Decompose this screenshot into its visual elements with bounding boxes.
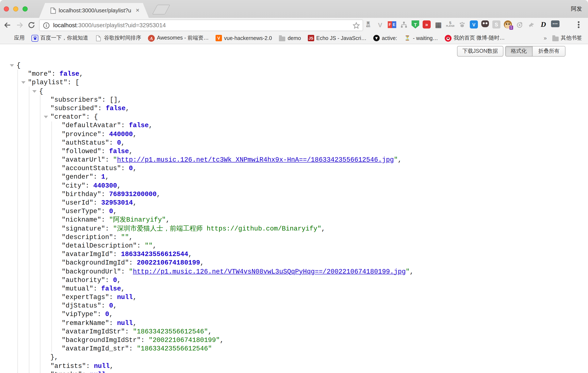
- json-row: "tracks": null,: [0, 371, 588, 373]
- json-row: "backgroundImgId": 2002210674180199,: [0, 259, 588, 267]
- json-row: },: [0, 353, 588, 362]
- paw-extension-icon[interactable]: [458, 21, 466, 29]
- reload-icon[interactable]: [27, 21, 36, 29]
- bookmark-item-active[interactable]: ▼ active:: [373, 35, 397, 41]
- json-row: "authority": 0,: [0, 276, 588, 284]
- bookmark-label: 应用: [14, 34, 25, 42]
- new-tab-button[interactable]: [152, 5, 170, 14]
- bookmark-item-weibo[interactable]: 我的首页 微博-随时…: [445, 34, 505, 42]
- translate-extension-icon[interactable]: 英en: [364, 21, 372, 29]
- page-content: 下载JSON数据 格式化 折叠所有 {"more": false,"playli…: [0, 45, 588, 373]
- collapse-all-button[interactable]: 折叠所有: [533, 46, 565, 56]
- json-row: "avatarImgId_str": "18633423556612546": [0, 344, 588, 353]
- json-row: "birthday": 768931200000,: [0, 190, 588, 199]
- vue-devtools-extension-icon[interactable]: V: [376, 21, 384, 29]
- bookmark-item-apps[interactable]: 应用: [5, 34, 25, 42]
- collapse-arrow-icon[interactable]: [10, 64, 14, 67]
- json-row: "authStatus": 0,: [0, 139, 588, 147]
- profile-name[interactable]: 阿发: [571, 0, 582, 18]
- other-bookmarks-label: 其他书签: [561, 34, 582, 42]
- json-row: "detailDescription": "",: [0, 242, 588, 250]
- tampermonkey-extension-icon[interactable]: 1: [504, 21, 512, 29]
- fullscreen-window-button[interactable]: [22, 6, 28, 11]
- json-row: "expertTags": null,: [0, 293, 588, 301]
- json-row: "vipType": 0,: [0, 310, 588, 319]
- hummingbird-extension-icon[interactable]: [527, 21, 536, 29]
- json-tree: {"more": false,"playlist": [{"subscriber…: [0, 61, 588, 373]
- bookmarks-overflow-chevron[interactable]: »: [544, 35, 547, 41]
- json-row: "nickname": "阿发Binaryify",: [0, 216, 588, 224]
- json-row: {: [0, 87, 588, 96]
- fe-extension-icon[interactable]: FE: [388, 21, 396, 29]
- d-extension-icon[interactable]: D: [539, 21, 548, 29]
- toolbar: localhost:3000/user/playlist?uid=3295301…: [0, 18, 588, 32]
- format-collapse-segmented-control: 格式化 折叠所有: [505, 46, 566, 57]
- address-bar[interactable]: localhost:3000/user/playlist?uid=3295301…: [39, 19, 363, 31]
- forward-icon[interactable]: [15, 21, 24, 29]
- json-url-link[interactable]: http://p1.music.126.net/tc3Wk_XNPmwiR4hx…: [117, 156, 394, 164]
- bookmark-item-vue-hackernews[interactable]: V vue-hackernews-2.0: [216, 35, 272, 41]
- bookmarks-bar: 应用 百度一下，你就知道 谷歌按时间排序 A Awesomes - 前端资… V…: [0, 32, 588, 44]
- bookmark-star-icon[interactable]: [352, 21, 360, 31]
- vimium-extension-icon[interactable]: V: [470, 21, 478, 29]
- tab-close-icon[interactable]: ×: [136, 6, 139, 14]
- bookmark-item-demo[interactable]: demo: [279, 35, 301, 42]
- extensions-row: 英en V FE T » ▦ 5PLAYER V S 1 D •••: [364, 21, 559, 29]
- json-row: "subscribers": [],: [0, 96, 588, 104]
- bookmark-item-awesomes[interactable]: A Awesomes - 前端资…: [148, 34, 209, 42]
- json-url-link[interactable]: http://p1.music.126.net/VTW4vsN08vwL3uSQ…: [133, 268, 406, 275]
- mask-extension-icon[interactable]: [481, 21, 489, 27]
- s-extension-icon[interactable]: S: [492, 21, 500, 29]
- json-row: "backgroundUrl": "http://p1.music.126.ne…: [0, 267, 588, 276]
- collapse-arrow-icon[interactable]: [43, 116, 48, 118]
- bookmark-label: 我的首页 微博-随时…: [454, 34, 505, 42]
- weibo-gray-extension-icon[interactable]: [515, 21, 524, 29]
- sitemap-extension-icon[interactable]: [400, 21, 408, 29]
- format-button[interactable]: 格式化: [505, 46, 533, 56]
- apps-grid-icon: [5, 35, 12, 42]
- bookmark-label: 百度一下，你就知道: [40, 34, 88, 42]
- page-icon: [96, 35, 101, 41]
- page-favicon-icon: [50, 7, 56, 16]
- json-row: "remarkName": null,: [0, 319, 588, 327]
- json-row: "followed": false,: [0, 147, 588, 156]
- awesomes-icon: A: [148, 35, 155, 42]
- qr-code-extension-icon[interactable]: ▦: [434, 21, 443, 29]
- bookmark-item-baidu[interactable]: 百度一下，你就知道: [32, 34, 88, 42]
- collapse-arrow-icon[interactable]: [32, 90, 37, 93]
- json-row: "province": 440000,: [0, 130, 588, 139]
- json-row: "gender": 1,: [0, 173, 588, 181]
- collapse-arrow-icon[interactable]: [21, 81, 25, 84]
- close-window-button[interactable]: [4, 6, 9, 11]
- tab-title: localhost:3000/user/playlist?u: [59, 7, 132, 14]
- bookmark-item-google-sort[interactable]: 谷歌按时间排序: [95, 34, 141, 42]
- bookmark-item-waiting[interactable]: ⏳ - waiting…: [404, 35, 438, 42]
- bookmark-label: demo: [288, 35, 301, 41]
- password-manager-extension-icon[interactable]: •••: [551, 21, 559, 27]
- browser-tab[interactable]: localhost:3000/user/playlist?u ×: [39, 3, 149, 18]
- skip-extension-icon[interactable]: »: [423, 21, 431, 29]
- json-row: "backgroundImgIdStr": "2002210674180199"…: [0, 336, 588, 344]
- browser-menu-icon[interactable]: [574, 21, 583, 29]
- json-row: "signature": "深圳市爱猫人士，前端工程师 https://gith…: [0, 224, 588, 233]
- json-row: "userId": 32953014,: [0, 199, 588, 207]
- minimize-window-button[interactable]: [13, 6, 18, 11]
- folder-icon: [552, 36, 558, 41]
- extension-badge: 1: [509, 25, 513, 30]
- url-path: :3000/user/playlist?uid=32953014: [77, 22, 166, 29]
- json-row: "more": false,: [0, 70, 588, 78]
- json-row: {: [0, 61, 588, 70]
- json-row: "city": 440300,: [0, 181, 588, 190]
- weibo-icon: [445, 35, 452, 42]
- bookmark-label: - waiting…: [413, 35, 438, 41]
- json-row: "avatarUrl": "http://p1.music.126.net/tc…: [0, 156, 588, 164]
- other-bookmarks[interactable]: 其他书签: [552, 34, 582, 42]
- url-text[interactable]: localhost:3000/user/playlist?uid=3295301…: [53, 22, 166, 29]
- back-icon[interactable]: [3, 21, 12, 29]
- page-info-icon[interactable]: [43, 22, 50, 30]
- download-json-button[interactable]: 下载JSON数据: [457, 46, 504, 57]
- shield-extension-icon[interactable]: T: [411, 21, 419, 29]
- html5-player-extension-icon[interactable]: 5PLAYER: [446, 21, 454, 29]
- json-row: "avatarImgIdStr": "18633423556612546",: [0, 328, 588, 336]
- bookmark-item-echojs[interactable]: JS Echo JS - JavaScri…: [308, 35, 367, 41]
